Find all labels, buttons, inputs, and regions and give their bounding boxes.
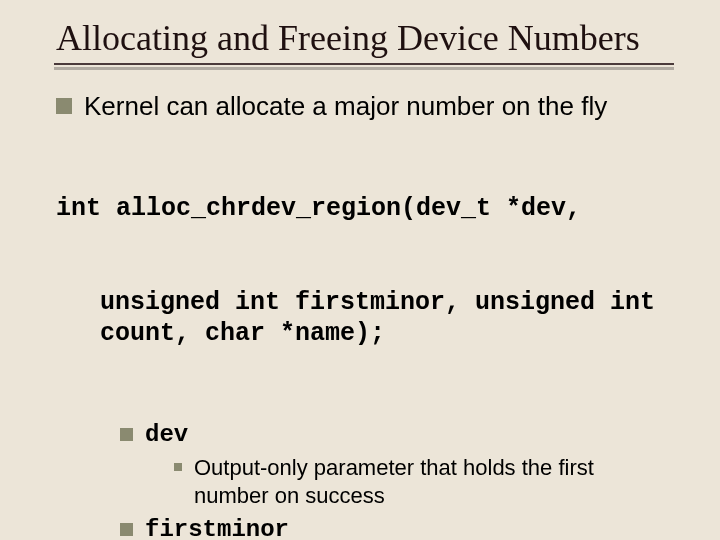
bullet-level2-firstminor: firstminor	[120, 515, 684, 540]
param-desc: Output-only parameter that holds the fir…	[194, 454, 674, 509]
bullet-text: Kernel can allocate a major number on th…	[84, 90, 607, 123]
slide: Allocating and Freeing Device Numbers Ke…	[0, 0, 720, 540]
square-bullet-icon	[120, 428, 133, 441]
bullet-level1: Kernel can allocate a major number on th…	[56, 90, 684, 123]
square-bullet-icon	[120, 523, 133, 536]
title-rule	[54, 63, 674, 70]
param-name: firstminor	[145, 515, 289, 540]
code-signature: int alloc_chrdev_region(dev_t *dev, unsi…	[56, 131, 684, 412]
code-line: unsigned int firstminor, unsigned int co…	[56, 287, 684, 350]
bullet-level3: Output-only parameter that holds the fir…	[174, 454, 674, 509]
code-line: int alloc_chrdev_region(dev_t *dev,	[56, 193, 684, 224]
param-name: dev	[145, 420, 188, 450]
slide-title: Allocating and Freeing Device Numbers	[56, 18, 684, 59]
bullet-level2-dev: dev	[120, 420, 684, 450]
square-bullet-icon	[56, 98, 72, 114]
square-bullet-icon	[174, 463, 182, 471]
